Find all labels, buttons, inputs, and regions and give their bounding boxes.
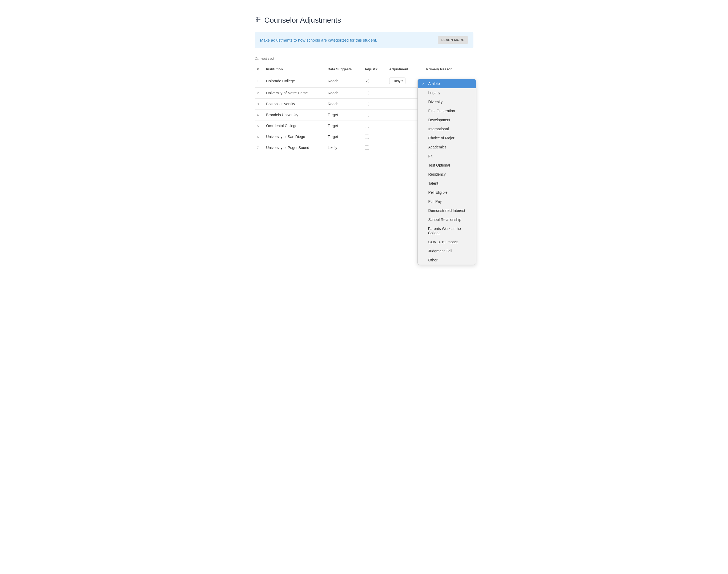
cell-adjust[interactable] xyxy=(363,131,387,142)
item-check-icon: ✓ xyxy=(422,191,426,195)
item-check-icon: ✓ xyxy=(422,118,426,122)
table-container: # Institution Data Suggests Adjust? Adju… xyxy=(255,65,474,153)
dropdown-menu-item[interactable]: ✓International xyxy=(418,124,476,133)
dropdown-menu-item[interactable]: ✓Diversity xyxy=(418,97,476,106)
dropdown-menu-item[interactable]: ✓Fit xyxy=(418,152,476,161)
adjust-checkbox[interactable] xyxy=(365,134,369,139)
cell-num: 5 xyxy=(255,120,264,131)
dropdown-menu-item[interactable]: ✓Test Optional xyxy=(418,161,476,170)
dropdown-item-label: Athlete xyxy=(429,82,440,86)
cell-data-suggests: Likely xyxy=(325,142,363,153)
page-title: Counselor Adjustments xyxy=(265,16,341,25)
adjustment-dropdown[interactable]: Likely▾ xyxy=(389,78,405,84)
adjust-checkbox[interactable] xyxy=(365,113,369,117)
learn-more-button[interactable]: LEARN MORE xyxy=(438,36,468,44)
adjust-checkbox[interactable] xyxy=(365,91,369,95)
current-list-label: Current List xyxy=(255,56,474,61)
item-check-icon: ✓ xyxy=(422,109,426,113)
dropdown-menu-item[interactable]: ✓Parents Work at the College xyxy=(418,224,476,238)
dropdown-item-label: Test Optional xyxy=(429,163,450,167)
cell-adjust[interactable]: ✓ xyxy=(363,74,387,88)
check-mark: ✓ xyxy=(365,79,368,83)
adjust-checkbox[interactable] xyxy=(365,102,369,106)
item-check-icon: ✓ xyxy=(422,229,426,233)
dropdown-menu-item[interactable]: ✓Demonstrated Interest xyxy=(418,206,476,215)
dropdown-menu-item[interactable]: ✓Academics xyxy=(418,142,476,152)
item-check-icon: ✓ xyxy=(422,200,426,204)
cell-adjust[interactable] xyxy=(363,88,387,98)
item-check-icon: ✓ xyxy=(422,240,426,244)
dropdown-item-label: Legacy xyxy=(429,91,440,95)
dropdown-menu-item[interactable]: ✓Development xyxy=(418,115,476,124)
dropdown-menu-item[interactable]: ✓First Generation xyxy=(418,106,476,115)
cell-adjust[interactable] xyxy=(363,110,387,120)
cell-adjust[interactable] xyxy=(363,120,387,131)
cell-num: 6 xyxy=(255,131,264,142)
item-check-icon: ✓ xyxy=(422,163,426,167)
dropdown-item-label: Other xyxy=(429,258,438,262)
dropdown-item-label: Parents Work at the College xyxy=(428,227,471,235)
dropdown-menu-item[interactable]: ✓Other xyxy=(418,255,476,264)
dropdown-item-label: Full Pay xyxy=(429,199,442,204)
cell-num: 3 xyxy=(255,98,264,110)
svg-point-3 xyxy=(257,17,258,18)
cell-data-suggests: Reach xyxy=(325,88,363,98)
col-header-adjustment: Adjustment xyxy=(387,65,424,74)
item-check-icon: ✓ xyxy=(422,82,426,86)
dropdown-menu-item[interactable]: ✓COVID-19 Impact xyxy=(418,238,476,246)
dropdown-menu-item[interactable]: ✓Judgment Call xyxy=(418,246,476,255)
cell-data-suggests: Reach xyxy=(325,98,363,110)
adjust-checkbox[interactable]: ✓ xyxy=(365,79,369,83)
dropdown-menu-item[interactable]: ✓Choice of Major xyxy=(418,133,476,142)
adjustment-value: Likely xyxy=(392,79,400,83)
item-check-icon: ✓ xyxy=(422,100,426,104)
cell-num: 2 xyxy=(255,88,264,98)
col-header-institution: Institution xyxy=(264,65,325,74)
cell-institution: Occidental College xyxy=(264,120,325,131)
cell-institution: University of Puget Sound xyxy=(264,142,325,153)
dropdown-menu-item[interactable]: ✓Athlete xyxy=(418,79,476,88)
col-header-adjust: Adjust? xyxy=(363,65,387,74)
item-check-icon: ✓ xyxy=(422,136,426,140)
dropdown-item-label: Talent xyxy=(429,181,438,186)
dropdown-item-label: First Generation xyxy=(429,109,455,113)
dropdown-menu-item[interactable]: ✓Legacy xyxy=(418,88,476,97)
item-check-icon: ✓ xyxy=(422,172,426,176)
dropdown-item-label: Residency xyxy=(429,172,446,176)
dropdown-item-label: Fit xyxy=(429,154,433,158)
dropdown-item-label: Development xyxy=(429,118,450,122)
dropdown-arrow-icon: ▾ xyxy=(401,79,403,83)
dropdown-item-label: Choice of Major xyxy=(429,136,454,140)
col-header-primary-reason: Primary Reason xyxy=(424,65,474,74)
cell-adjust[interactable] xyxy=(363,98,387,110)
primary-reason-dropdown[interactable]: ✓Athlete✓Legacy✓Diversity✓First Generati… xyxy=(417,79,476,265)
page-header: Counselor Adjustments xyxy=(255,16,474,25)
dropdown-item-label: Demonstrated Interest xyxy=(429,208,466,213)
cell-institution: Brandeis University xyxy=(264,110,325,120)
adjust-checkbox[interactable] xyxy=(365,146,369,150)
item-check-icon: ✓ xyxy=(422,258,426,262)
dropdown-item-label: International xyxy=(429,127,449,131)
cell-adjust[interactable] xyxy=(363,142,387,153)
info-banner-text: Make adjustments to how schools are cate… xyxy=(260,38,377,42)
dropdown-item-label: Judgment Call xyxy=(429,249,452,253)
dropdown-item-label: Pell Eligible xyxy=(429,190,448,195)
cell-institution: University of Notre Dame xyxy=(264,88,325,98)
dropdown-menu-item[interactable]: ✓Residency xyxy=(418,170,476,179)
sliders-icon xyxy=(255,16,261,24)
item-check-icon: ✓ xyxy=(422,249,426,253)
dropdown-menu-item[interactable]: ✓Pell Eligible xyxy=(418,188,476,197)
dropdown-menu-item[interactable]: ✓Full Pay xyxy=(418,197,476,206)
dropdown-item-label: COVID-19 Impact xyxy=(429,240,458,244)
adjust-checkbox[interactable] xyxy=(365,124,369,128)
item-check-icon: ✓ xyxy=(422,154,426,158)
cell-institution: Colorado College xyxy=(264,74,325,88)
cell-data-suggests: Target xyxy=(325,120,363,131)
dropdown-item-label: School Relationship xyxy=(429,217,461,222)
cell-institution: University of San Diego xyxy=(264,131,325,142)
item-check-icon: ✓ xyxy=(422,181,426,186)
cell-data-suggests: Target xyxy=(325,110,363,120)
item-check-icon: ✓ xyxy=(422,91,426,95)
dropdown-menu-item[interactable]: ✓School Relationship xyxy=(418,215,476,224)
dropdown-menu-item[interactable]: ✓Talent xyxy=(418,179,476,188)
